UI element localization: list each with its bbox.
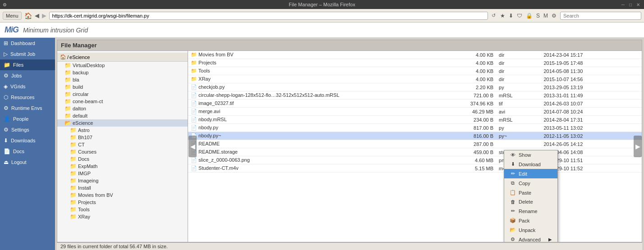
context-menu-edit[interactable]: ✏ Edit <box>504 169 557 178</box>
table-row[interactable]: 📄 README 287.00 B 2014-26-05 14:12 <box>188 140 642 148</box>
tree-item-default[interactable]: 📁 default <box>57 112 188 119</box>
tree-item-expmath[interactable]: 📁 ExpMath <box>57 163 188 170</box>
table-row[interactable]: 📄 nbody.py~ 816.00 B py~ 2012-11-05 13:0… <box>188 132 642 140</box>
tree-item-dalton[interactable]: 📁 dalton <box>57 105 188 112</box>
table-row[interactable]: 📄 image_02327.tif 374.96 KB tif 2014-26-… <box>188 100 642 108</box>
tree-item-tools[interactable]: 📁 Tools <box>57 206 188 213</box>
tree-item-movies-from-bv[interactable]: 📁 Movies from BV <box>57 191 188 199</box>
file-icon: 📄 <box>191 125 197 130</box>
tree-item-projects[interactable]: 📁 Projects <box>57 199 188 206</box>
sidebar-item-settings[interactable]: ⚙ Settings <box>0 124 55 135</box>
tree-item-imageing[interactable]: 📁 Imageing <box>57 177 188 184</box>
bookmark-icon[interactable]: ★ <box>499 12 506 20</box>
context-menu-show[interactable]: 👁 Show <box>504 150 557 159</box>
nav-arrow-left[interactable]: ◀ <box>189 136 197 157</box>
context-menu-delete[interactable]: 🗑 Delete <box>504 197 557 206</box>
close-button[interactable]: ✕ <box>635 2 641 7</box>
tree-item-astro[interactable]: 📁 Astro <box>57 127 188 134</box>
sidebar-item-people[interactable]: 👤 People <box>0 114 55 124</box>
file-size-cell: 459.00 B <box>440 148 496 156</box>
sync-icon[interactable]: S <box>535 12 541 20</box>
home-button[interactable]: 🏠 <box>24 12 32 19</box>
tree-item-bh107[interactable]: 📁 Bh107 <box>57 134 188 141</box>
search-input[interactable] <box>560 12 641 20</box>
sidebar-item-files[interactable]: 📁 Files <box>0 59 55 70</box>
tree-item-circular[interactable]: 📁 circular <box>57 91 188 98</box>
file-name-cell: 📄 Studenter-CT.m4v <box>188 164 440 173</box>
breadcrumb-home-icon[interactable]: 🏠 <box>60 54 66 60</box>
nav-arrow-right[interactable]: ▶ <box>634 136 642 157</box>
table-row[interactable]: 📄 nbody.py 817.00 B py 2013-05-11 13:02 <box>188 124 642 132</box>
tree-item-label: XRay <box>78 214 90 219</box>
file-size-cell: 4.00 KB <box>440 59 496 67</box>
sidebar-item-logout[interactable]: ⏏ Logout <box>0 157 55 168</box>
tree-item-bla[interactable]: 📁 bla <box>57 76 188 83</box>
tree-item-imgp[interactable]: 📁 IMGP <box>57 170 188 177</box>
file-list-panel[interactable]: 📁 Movies from BV 4.00 KB dir 2014-23-04 … <box>188 51 642 242</box>
tree-item-virtualdesktop[interactable]: 📁 VirtualDesktop <box>57 62 188 69</box>
status-bar: 29 files in current folder of total 56.4… <box>57 242 642 250</box>
table-row[interactable]: 📄 README.storage 459.00 B storage 2013-0… <box>188 148 642 156</box>
context-menu-download-label: Download <box>519 162 541 167</box>
context-menu-pack[interactable]: 📦 Pack <box>504 216 557 225</box>
table-row[interactable]: 📁 Tools 4.00 KB dir 2014-05-08 11:30 <box>188 67 642 75</box>
context-menu-rename-label: Rename <box>519 209 538 214</box>
table-row[interactable]: 📁 Movies from BV 4.00 KB dir 2014-23-04 … <box>188 51 642 59</box>
sidebar-item-resources[interactable]: ⬡ Resources <box>0 92 55 103</box>
table-row[interactable]: 📁 XRay 4.00 KB dir 2015-10-07 14:56 <box>188 75 642 83</box>
table-row[interactable]: 📄 merge.avi 46.29 MB avi 2014-07-08 10:2… <box>188 108 642 116</box>
status-text: 29 files in current folder of total 56.4… <box>60 244 168 249</box>
sidebar-item-downloads[interactable]: ⬇ Downloads <box>0 135 55 146</box>
file-size-cell: 5.15 MB <box>440 164 496 173</box>
file-type-cell: dir <box>496 51 541 59</box>
table-row[interactable]: 📄 circular-shepp-logan-128x512-flo…32-51… <box>188 91 642 100</box>
sidebar-item-vgrids[interactable]: ◈ VGrids <box>0 81 55 92</box>
tree-item-courses[interactable]: 📁 Courses <box>57 148 188 155</box>
table-row[interactable]: 📄 nbody.mRSL 234.00 B mRSL 2014-28-04 17… <box>188 116 642 124</box>
shield-icon[interactable]: 🛡 <box>516 12 523 20</box>
tree-item-label: backup <box>73 70 88 75</box>
table-row[interactable]: 📄 checkjob.py 2.20 KB py 2013-29-05 13:1… <box>188 83 642 91</box>
tree-item-cone-beam-ct[interactable]: 📁 cone-beam-ct <box>57 98 188 105</box>
table-row[interactable]: 📄 Studenter-CT.m4v 5.15 MB m4v 2012-29-1… <box>188 164 642 173</box>
lock-icon[interactable]: 🔒 <box>525 12 534 20</box>
tree-item-install[interactable]: 📁 Install <box>57 184 188 191</box>
minimize-button[interactable]: ─ <box>620 2 626 7</box>
tree-item-escience[interactable]: 📂 eScience <box>57 119 188 127</box>
file-icon: 📁 <box>191 68 197 73</box>
context-menu-unpack[interactable]: 📂 Unpack <box>504 225 557 235</box>
tree-item-xray[interactable]: 📁 XRay <box>57 213 188 220</box>
tree-item-ct[interactable]: 📁 CT <box>57 141 188 148</box>
context-menu-download[interactable]: ⬇ Download <box>504 159 557 169</box>
menu-button[interactable]: Menu <box>3 12 22 20</box>
sidebar-item-submit-job[interactable]: ▷ Submit Job <box>0 49 55 59</box>
context-menu-advanced[interactable]: ⚙ Advanced ▶ <box>504 235 557 242</box>
avatar-icon[interactable]: M <box>543 12 549 20</box>
maximize-button[interactable]: □ <box>628 2 633 7</box>
sidebar-item-runtime-envs[interactable]: ⚙ Runtime Envs <box>0 103 55 114</box>
file-manager-header: File Manager <box>57 40 642 50</box>
tree-item-label: Docs <box>78 156 89 162</box>
table-row[interactable]: 📄 slice_z_0000-0063.png 4.60 MB png 2012… <box>188 156 642 164</box>
tree-item-build[interactable]: 📁 build <box>57 83 188 91</box>
unpack-icon: 📂 <box>510 227 516 233</box>
back-button[interactable]: ◀ <box>35 12 39 19</box>
table-row[interactable]: 📁 Projects 4.00 KB dir 2015-19-05 17:48 <box>188 59 642 67</box>
file-size-cell: 4.00 KB <box>440 75 496 83</box>
context-menu-copy[interactable]: ⧉ Copy <box>504 178 557 188</box>
file-name-cell: 📄 nbody.mRSL <box>188 116 440 124</box>
context-menu-paste[interactable]: 📋 Paste <box>504 188 557 197</box>
sidebar-item-jobs[interactable]: ⚙ Jobs <box>0 70 55 81</box>
folder-icon: 📁 <box>70 214 77 220</box>
resources-icon: ⬡ <box>4 94 8 100</box>
refresh-button[interactable]: ↺ <box>491 12 497 19</box>
sidebar-item-docs[interactable]: 📄 Docs <box>0 146 55 157</box>
tree-item-docs[interactable]: 📁 Docs <box>57 155 188 163</box>
url-bar[interactable] <box>49 12 488 20</box>
forward-button[interactable]: ▶ <box>42 12 46 19</box>
tree-item-backup[interactable]: 📁 backup <box>57 69 188 76</box>
sidebar-item-dashboard[interactable]: ⊞ Dashboard <box>0 38 55 49</box>
download-nav-icon[interactable]: ⬇ <box>508 12 514 20</box>
settings-icon[interactable]: ⚙ <box>551 12 557 20</box>
context-menu-rename[interactable]: ✏ Rename <box>504 206 557 216</box>
